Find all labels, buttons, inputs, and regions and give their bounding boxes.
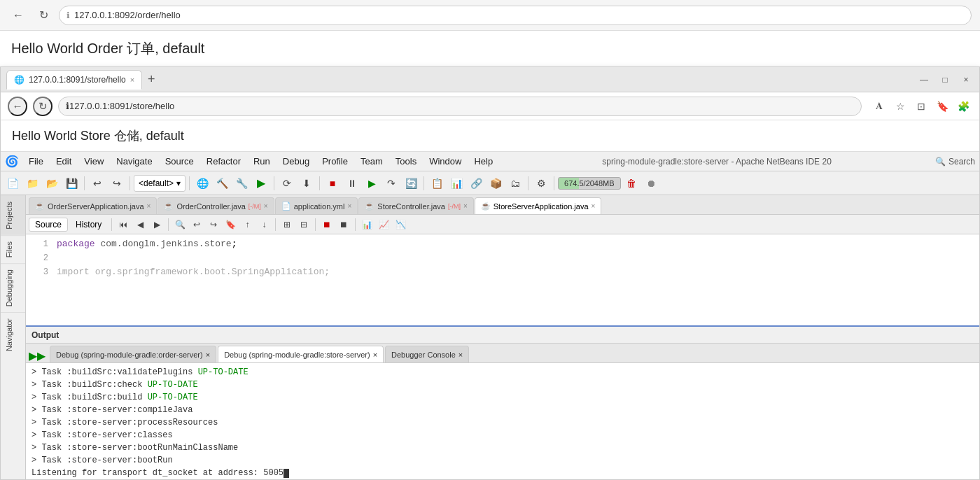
src-btn-up[interactable]: ↑ [239, 217, 255, 232]
menu-refactor[interactable]: Refactor [201, 155, 246, 168]
src-btn-prev[interactable]: ◀ [132, 217, 148, 232]
menu-source[interactable]: Source [160, 155, 200, 168]
sidebar-tab-files[interactable]: Files [1, 235, 25, 263]
project-dropdown[interactable]: <default> ▾ [134, 175, 186, 192]
gc-btn[interactable]: 🗑 [622, 174, 640, 192]
split-view-icon[interactable]: ⊡ [912, 97, 930, 115]
profile-btn[interactable]: ⏺ [642, 174, 660, 192]
src-btn-chart3[interactable]: 📉 [393, 217, 408, 232]
outer-address-bar[interactable]: ℹ 127.0.0.1:8092/order/hello [59, 6, 972, 25]
editor-tab-application-yml[interactable]: 📄 application.yml × [275, 197, 358, 214]
output-line-7: > Task :store-server:bootRunMainClassNam… [31, 442, 974, 454]
tab-close-2[interactable]: × [264, 202, 268, 210]
favorites-icon[interactable]: ☆ [891, 97, 909, 115]
apply-changes-btn[interactable]: 🔄 [402, 174, 420, 192]
source-tab[interactable]: Source [29, 218, 68, 232]
src-btn-chart2[interactable]: 📈 [376, 217, 391, 232]
editor-tab-store-controller[interactable]: ☕ StoreController.java [-/M] × [358, 197, 473, 214]
src-btn-toggle[interactable]: ⊞ [279, 217, 295, 232]
menu-view[interactable]: View [78, 155, 109, 168]
redo-btn[interactable]: ↪ [108, 174, 126, 192]
menu-help[interactable]: Help [468, 155, 498, 168]
reader-view-icon[interactable]: 𝐀 [870, 97, 888, 115]
src-btn-down[interactable]: ↓ [256, 217, 272, 232]
src-btn-bookmark[interactable]: 🔖 [223, 217, 238, 232]
globe-btn[interactable]: 🌐 [193, 174, 211, 192]
outer-back-button[interactable]: ← [8, 6, 28, 25]
src-btn-debug-stop[interactable]: ⏹ [319, 217, 335, 232]
inner-tab-active[interactable]: 🌐 127.0.0.1:8091/store/hello × [6, 70, 142, 90]
src-btn-chart[interactable]: 📊 [359, 217, 374, 232]
outer-reload-button[interactable]: ↻ [34, 6, 53, 25]
src-btn-debug-stop2[interactable]: ⏹ [336, 217, 351, 232]
menu-run[interactable]: Run [248, 155, 276, 168]
output-tab-debugger-console[interactable]: Debugger Console × [385, 346, 469, 362]
extensions-icon[interactable]: 🧩 [954, 97, 972, 115]
history-tab[interactable]: History [69, 218, 108, 232]
open-file-btn[interactable]: 📂 [43, 174, 61, 192]
toolbar-btn-12[interactable]: 📦 [486, 174, 505, 192]
toolbar-btn-11[interactable]: 🔗 [467, 174, 485, 192]
toolbar-btn-10[interactable]: 📊 [447, 174, 465, 192]
menu-edit[interactable]: Edit [50, 155, 77, 168]
src-btn-forward[interactable]: ↪ [206, 217, 221, 232]
inner-address-bar[interactable]: ℹ 127.0.0.1:8091/store/hello [58, 97, 862, 116]
inner-tab-close[interactable]: × [130, 76, 134, 84]
editor-tab-store-server-app[interactable]: ☕ StoreServerApplication.java × [475, 197, 602, 214]
save-btn[interactable]: 💾 [62, 174, 80, 192]
menu-tools[interactable]: Tools [390, 155, 422, 168]
editor-tab-order-server-app[interactable]: ☕ OrderServerApplication.java × [29, 197, 157, 214]
new-file-btn[interactable]: 📄 [4, 174, 22, 192]
run-btn[interactable]: ▶ [252, 174, 270, 192]
output-tab-close-2[interactable]: × [373, 351, 377, 359]
bookmark-icon[interactable]: 🔖 [933, 97, 951, 115]
inner-reload-button[interactable]: ↻ [33, 97, 52, 116]
menu-debug[interactable]: Debug [277, 155, 315, 168]
menu-navigate[interactable]: Navigate [111, 155, 158, 168]
sidebar-tab-projects[interactable]: Projects [1, 195, 25, 235]
editor-tab-order-controller[interactable]: ☕ OrderController.java [-/M] × [158, 197, 274, 214]
maximize-button[interactable]: □ [937, 72, 953, 87]
sidebar-tab-navigator[interactable]: Navigator [1, 312, 25, 357]
undo-btn[interactable]: ↩ [88, 174, 106, 192]
toolbar-btn-13[interactable]: 🗂 [506, 174, 524, 192]
menu-file[interactable]: File [23, 155, 49, 168]
tab-close-3[interactable]: × [347, 202, 351, 210]
output-tab-order-server[interactable]: Debug (spring-module-gradle:order-server… [50, 346, 216, 362]
menu-profile[interactable]: Profile [316, 155, 354, 168]
tab-close-1[interactable]: × [147, 202, 151, 210]
src-btn-expand[interactable]: ⊟ [296, 217, 312, 232]
build-btn[interactable]: 🔧 [232, 174, 251, 192]
pause-btn[interactable]: ⏸ [343, 174, 361, 192]
output-line-3: > Task :buildSrc:build UP-TO-DATE [31, 391, 974, 404]
src-btn-find[interactable]: 🔍 [172, 217, 188, 232]
toolbar-btn-9[interactable]: 📋 [428, 174, 446, 192]
output-tab-close-3[interactable]: × [458, 351, 463, 359]
menu-team[interactable]: Team [355, 155, 388, 168]
debug-step-over[interactable]: ⟳ [278, 174, 296, 192]
debug-step-into[interactable]: ⬇ [298, 174, 316, 192]
new-tab-button[interactable]: + [142, 71, 160, 89]
sidebar-tab-debugging[interactable]: Debugging [1, 263, 25, 312]
minimize-button[interactable]: — [916, 72, 932, 87]
src-btn-back[interactable]: ↩ [189, 217, 204, 232]
inner-back-button[interactable]: ← [8, 97, 27, 116]
tab-close-5[interactable]: × [592, 202, 596, 210]
output-tab-close-1[interactable]: × [206, 351, 210, 359]
menu-window[interactable]: Window [424, 155, 467, 168]
stop-btn[interactable]: ■ [323, 174, 342, 192]
src-btn-next-mod[interactable]: ▶ [149, 217, 164, 232]
output-run-button[interactable]: ▶▶ [29, 349, 46, 362]
close-button[interactable]: × [958, 72, 974, 87]
src-btn-first[interactable]: ⏮ [115, 217, 131, 232]
toolbar-btn-14[interactable]: ⚙ [532, 174, 550, 192]
hammer-btn[interactable]: 🔨 [213, 174, 231, 192]
tab-close-4[interactable]: × [463, 202, 468, 210]
ide-search[interactable]: 🔍 Search [935, 157, 975, 167]
tab-label-5: StoreServerApplication.java [493, 202, 589, 211]
output-tab-store-server[interactable]: Debug (spring-module-gradle:store-server… [218, 346, 384, 362]
open-project-btn[interactable]: 📁 [23, 174, 41, 192]
continue-btn[interactable]: ▶ [363, 174, 381, 192]
code-editor[interactable]: 1 package com.donglm.jenkins.store; 2 3 … [26, 234, 979, 325]
step-over-debug[interactable]: ↷ [382, 174, 400, 192]
